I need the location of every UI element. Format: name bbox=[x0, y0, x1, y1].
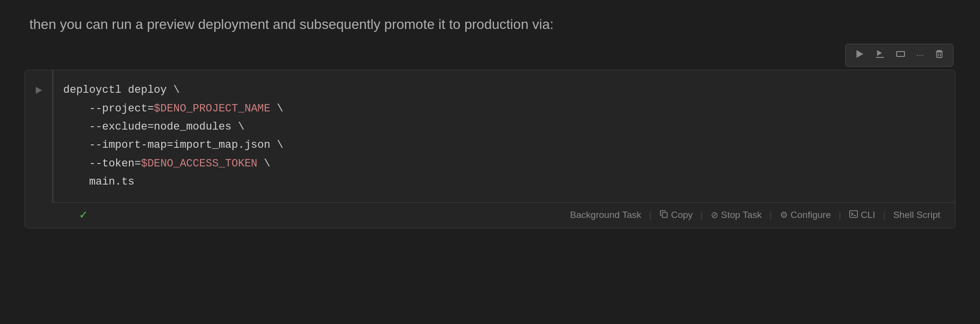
code-line-3: --exclude=node_modules \ bbox=[63, 118, 945, 136]
svg-rect-3 bbox=[897, 52, 905, 56]
cli-action[interactable]: CLI bbox=[844, 208, 880, 223]
background-task-action[interactable]: Background Task bbox=[565, 208, 646, 222]
code-left-border: deployctl deploy \ --project=$DENO_PROJE… bbox=[52, 70, 955, 202]
shell-script-label: Shell Script bbox=[893, 210, 940, 220]
play-icon bbox=[34, 86, 43, 97]
status-left: ✓ bbox=[79, 209, 88, 221]
configure-label: Configure bbox=[791, 210, 831, 220]
divider-1: | bbox=[649, 210, 652, 220]
svg-marker-1 bbox=[877, 50, 882, 56]
collapse-icon bbox=[896, 49, 905, 61]
copy-label: Copy bbox=[671, 210, 693, 220]
code-line-5: --token=$DENO_ACCESS_TOKEN \ bbox=[63, 155, 945, 173]
code-area: deployctl deploy \ --project=$DENO_PROJE… bbox=[52, 70, 955, 227]
run-button-toolbar[interactable] bbox=[850, 46, 869, 64]
copy-action[interactable]: Copy bbox=[654, 208, 698, 223]
divider-5: | bbox=[883, 210, 885, 220]
cell-wrapper: deployctl deploy \ --project=$DENO_PROJE… bbox=[25, 70, 955, 228]
stop-task-action[interactable]: ⊘ Stop Task bbox=[706, 208, 767, 222]
run-below-button[interactable] bbox=[870, 46, 890, 64]
copy-icon bbox=[659, 210, 668, 221]
code-content[interactable]: deployctl deploy \ --project=$DENO_PROJE… bbox=[63, 70, 955, 202]
run-icon bbox=[854, 49, 864, 61]
run-gutter bbox=[25, 70, 52, 227]
status-bar: ✓ Background Task | bbox=[52, 202, 955, 228]
code-line-6: main.ts bbox=[63, 173, 945, 191]
intro-text: then you can run a preview deployment an… bbox=[25, 15, 955, 34]
left-border-line bbox=[52, 70, 53, 202]
code-line-1: deployctl deploy \ bbox=[63, 81, 945, 99]
svg-marker-0 bbox=[856, 50, 863, 58]
ellipsis-icon: ··· bbox=[916, 50, 924, 60]
cell-container: ··· bbox=[25, 44, 955, 314]
divider-4: | bbox=[839, 210, 841, 220]
stop-task-label: Stop Task bbox=[721, 210, 762, 220]
background-task-label: Background Task bbox=[570, 210, 641, 220]
delete-button[interactable] bbox=[930, 46, 949, 64]
toolbar-row: ··· bbox=[25, 44, 955, 67]
divider-3: | bbox=[770, 210, 772, 220]
code-line-4: --import-map=import_map.json \ bbox=[63, 136, 945, 154]
cli-icon bbox=[849, 210, 858, 221]
run-gutter-button[interactable] bbox=[32, 84, 45, 99]
page-wrapper: then you can run a preview deployment an… bbox=[0, 0, 980, 324]
divider-2: | bbox=[701, 210, 703, 220]
stop-task-icon: ⊘ bbox=[711, 210, 718, 220]
more-options-button[interactable]: ··· bbox=[911, 47, 929, 63]
shell-script-action[interactable]: Shell Script bbox=[888, 208, 945, 222]
cli-label: CLI bbox=[861, 210, 876, 220]
code-line-2: --project=$DENO_PROJECT_NAME \ bbox=[63, 100, 945, 118]
svg-marker-7 bbox=[36, 87, 42, 94]
svg-rect-8 bbox=[662, 213, 667, 217]
run-below-icon bbox=[875, 49, 885, 61]
trash-icon bbox=[934, 49, 944, 61]
svg-rect-4 bbox=[937, 52, 942, 57]
configure-action[interactable]: ⚙ Configure bbox=[775, 208, 836, 222]
collapse-button[interactable] bbox=[891, 46, 910, 64]
status-check-icon: ✓ bbox=[79, 209, 88, 221]
configure-icon: ⚙ bbox=[780, 210, 788, 220]
toolbar-buttons: ··· bbox=[845, 44, 954, 67]
status-actions: Background Task | Copy bbox=[565, 208, 945, 223]
